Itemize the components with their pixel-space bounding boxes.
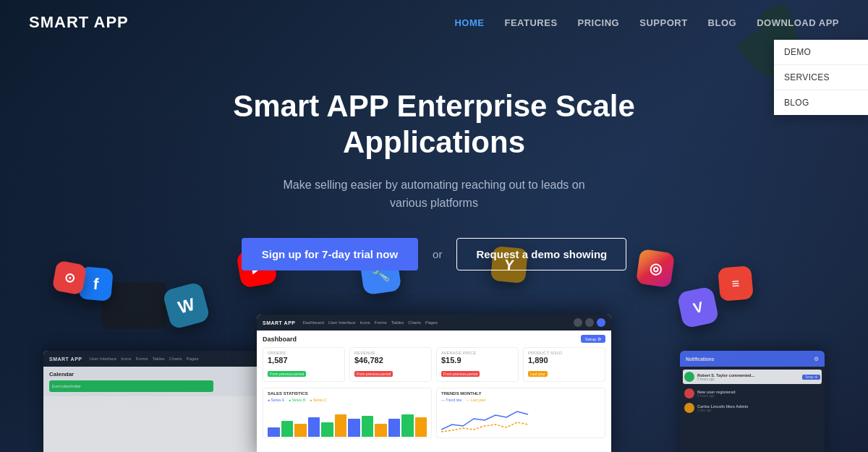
- calendar-title: Calendar: [49, 371, 255, 378]
- dropdown-demo[interactable]: DEMO: [774, 40, 868, 65]
- dropdown-services[interactable]: SERVICES: [774, 65, 868, 90]
- dash-secondary-logo: SMART APP: [49, 357, 82, 362]
- nav-blog[interactable]: BLOG: [708, 17, 737, 28]
- dash-logo: SMART APP: [263, 320, 295, 325]
- dropdown-menu: DEMO SERVICES BLOG: [774, 40, 868, 115]
- dashboard-area: SMART APP User Interface Icons Forms Tab…: [0, 293, 868, 452]
- chart-sales: SALES STATISTICS ● Series A ● Series B ●…: [263, 388, 432, 438]
- nav-features[interactable]: FEATURES: [504, 17, 557, 28]
- logo: SMART APP: [29, 13, 129, 32]
- nav-pricing[interactable]: PRICING: [578, 17, 620, 28]
- dash-avatar[interactable]: [597, 318, 605, 327]
- dashboard-chat: Notifications ⚙ Robert S. Taylor comment…: [680, 351, 825, 452]
- sales-chart: [268, 404, 427, 437]
- stat-revenue: REVENUE $46,782 From previous period: [349, 347, 432, 382]
- dash-section-title: Dashboard: [263, 336, 297, 343]
- nav-support[interactable]: SUPPORT: [639, 17, 687, 28]
- setup-button[interactable]: Setup ⚙: [581, 335, 605, 343]
- trend-svg: [441, 404, 600, 435]
- hero-content: Smart APP Enterprise Scale Applications …: [0, 45, 868, 270]
- stats-row: ORDERS 1,587 From previous period REVENU…: [263, 347, 605, 382]
- demo-button[interactable]: Request a demo showing: [456, 238, 626, 270]
- dashboard-secondary: SMART APP User Interface Icons Forms Tab…: [43, 351, 260, 452]
- hero-title: Smart APP Enterprise Scale Applications: [181, 88, 687, 161]
- dropdown-blog[interactable]: BLOG: [774, 90, 868, 115]
- dashboard-main: SMART APP Dashboard User Interface Icons…: [257, 315, 611, 452]
- nav-home[interactable]: HOME: [454, 17, 484, 28]
- dash-icon-2[interactable]: [585, 318, 594, 327]
- nav-links: HOME FEATURES PRICING SUPPORT BLOG DOWNL…: [454, 16, 839, 29]
- navbar: SMART APP HOME FEATURES PRICING SUPPORT …: [0, 0, 868, 45]
- hero-subtitle: Make selling easier by automating reachi…: [275, 176, 593, 213]
- or-label: or: [433, 248, 442, 260]
- stat-orders: ORDERS 1,587 From previous period: [263, 347, 345, 382]
- charts-row: SALES STATISTICS ● Series A ● Series B ●…: [263, 388, 605, 438]
- stat-avg-price: AVERAGE PRICE $15.9 From previous period: [436, 347, 519, 382]
- stat-product-sold: PRODUCT SOLD 1,890 Last year: [523, 347, 605, 382]
- dash-icon-1[interactable]: [574, 318, 582, 327]
- hero-buttons: Sign up for 7-day trial now or Request a…: [242, 238, 627, 270]
- chart-trends: TRENDS MONTHLY — Trend line — Last year: [436, 388, 605, 438]
- nav-download[interactable]: DOWNLOAD APP: [757, 17, 839, 28]
- signup-button[interactable]: Sign up for 7-day trial now: [242, 238, 418, 270]
